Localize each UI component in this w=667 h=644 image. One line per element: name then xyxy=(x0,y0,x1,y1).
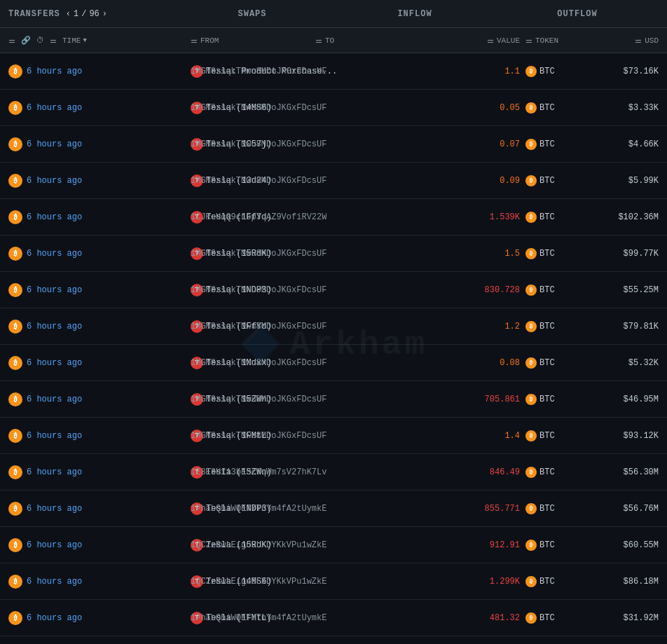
table-row[interactable]: ₿ 6 hours ago T Tesla (1FfYd) 1CJRcUqQ9c… xyxy=(0,199,667,235)
filter-icon-usd[interactable]: ⚌ xyxy=(635,36,642,45)
to-value[interactable]: 1MGM8zsqkTMwu8MDoJKGxFDcsUF xyxy=(191,176,326,186)
filter-icon-1[interactable]: ⚌ xyxy=(8,36,15,45)
page-separator: / xyxy=(81,9,86,19)
btc-icon: ₿ xyxy=(8,137,22,151)
transfers-section: TRANSFERS ‹ 1 / 96 › xyxy=(8,9,171,19)
time-col-label[interactable]: TIME ▼ xyxy=(62,36,87,45)
btc-icon: ₿ xyxy=(8,538,22,552)
to-value[interactable]: 1QC2zRwLEigu9LXDYKkVPu1wZkE xyxy=(191,540,326,550)
table-row[interactable]: ₿ 6 hours ago T Tesla: Product Purchase.… xyxy=(0,53,667,90)
outflow-section: OUTFLOW xyxy=(496,9,659,19)
token-col-label: TOKEN xyxy=(535,36,558,45)
cell-time: ₿ 6 hours ago xyxy=(8,137,191,151)
table-row[interactable]: ₿ 6 hours ago T Tesla (15RdK) 1MGM8zsqkT… xyxy=(0,235,667,272)
value-amount: 1.1 xyxy=(504,67,520,76)
cell-to: 1MGM8zsqkTMwu8MDoJKGxFDcsUF xyxy=(191,176,448,186)
to-value[interactable]: 1MGM8zsqkTMwu8MDoJKGxFDcsUF xyxy=(191,67,326,76)
to-value[interactable]: 1MGM8zsqkTMwu8MDoJKGxFDcsUF xyxy=(191,285,326,295)
to-value[interactable]: 1PhabQhiWQEfYTnYm4fA2tUymkE xyxy=(191,613,326,623)
table-row[interactable]: ₿ 6 hours ago T Tesla (1FMtL) 1PhabQhiWQ… xyxy=(0,600,667,636)
value-amount: 705.861 xyxy=(485,395,520,404)
token-icon: ₿ xyxy=(525,540,537,551)
swaps-section: SWAPS xyxy=(171,9,334,19)
to-value[interactable]: 1MGM8zsqkTMwu8MDoJKGxFDcsUF xyxy=(191,395,326,404)
cell-value: 1.5 xyxy=(448,248,525,259)
token-icon: ₿ xyxy=(525,612,537,624)
table-row[interactable]: ₿ 6 hours ago T Tesla (1NDP3) 1MGM8zsqkT… xyxy=(0,272,667,308)
prev-page-button[interactable]: ‹ xyxy=(66,9,71,19)
usd-value: $56.30M xyxy=(624,467,659,477)
to-value[interactable]: 1MGM8zsqkTMwu8MDoJKGxFDcsUF xyxy=(191,249,326,259)
token-name: BTC xyxy=(539,395,555,404)
from-col-label: FROM xyxy=(200,36,219,45)
cell-usd: $93.12K xyxy=(589,430,659,441)
pagination[interactable]: ‹ 1 / 96 › xyxy=(66,9,107,19)
cell-value: 0.09 xyxy=(448,175,525,186)
to-value[interactable]: 1MGM8zsqkTMwu8MDoJKGxFDcsUF xyxy=(191,322,326,331)
cell-token: ₿ BTC xyxy=(525,285,589,296)
cell-value: 705.861 xyxy=(448,394,525,404)
cell-usd: $60.55M xyxy=(589,540,659,550)
table-row[interactable]: ₿ 6 hours ago T Tesla (15ZWn) 1E8E3Uf13b… xyxy=(0,454,667,491)
top-bar: TRANSFERS ‹ 1 / 96 › SWAPS INFLOW OUTFLO… xyxy=(0,0,667,28)
cell-token: ₿ BTC xyxy=(525,321,589,332)
table-row[interactable]: ₿ 6 hours ago T Tesla (15RdK) 1QC2zRwLEi… xyxy=(0,527,667,563)
table-row[interactable]: ₿ 6 hours ago T Tesla (1NDP3) 1PhabQhiWQ… xyxy=(0,491,667,527)
table-row[interactable]: ₿ 6 hours ago T Tesla (14MS6) 1MGM8zsqkT… xyxy=(0,90,667,126)
to-value[interactable]: 1PhabQhiWQEfYTnYm4fA2tUymkE xyxy=(191,504,326,514)
token-name: BTC xyxy=(539,577,555,587)
cell-time: ₿ 6 hours ago xyxy=(8,575,191,589)
btc-icon: ₿ xyxy=(8,283,22,297)
to-value[interactable]: 1MGM8zsqkTMwu8MDoJKGxFDcsUF xyxy=(191,139,326,149)
cell-time: ₿ 6 hours ago xyxy=(8,611,191,625)
cell-to: 1PhabQhiWQEfYTnYm4fA2tUymkE xyxy=(191,613,448,623)
to-value[interactable]: 1CJRcUqQ9cLbpJqAZ9VofiRV22W xyxy=(191,212,326,222)
cell-usd: $102.36M xyxy=(589,212,659,222)
cell-to: 1MGM8zsqkTMwu8MDoJKGxFDcsUF xyxy=(191,249,448,259)
filter-icon-token[interactable]: ⚌ xyxy=(525,36,532,45)
cell-token: ₿ BTC xyxy=(525,66,589,77)
time-value: 6 hours ago xyxy=(27,358,82,368)
value-amount: 0.07 xyxy=(500,139,520,149)
table-row[interactable]: ₿ 6 hours ago T Tesla (1Mdxx) 1MGM8zsqkT… xyxy=(0,345,667,381)
cell-value: 855.771 xyxy=(448,503,525,514)
usd-value: $56.76M xyxy=(624,504,659,514)
cell-token: ₿ BTC xyxy=(525,248,589,259)
cell-usd: $79.81K xyxy=(589,321,659,331)
table-row[interactable]: ₿ 6 hours ago T Tesla (13d24) 1MGM8zsqkT… xyxy=(0,163,667,199)
to-value[interactable]: 1QC2zRwLEigu9LXDYKkVPu1wZkE xyxy=(191,577,326,587)
filter-icon-from[interactable]: ⚌ xyxy=(191,36,198,45)
usd-value: $5.99K xyxy=(628,176,659,186)
table-row[interactable]: ₿ 6 hours ago T Tesla (14MS6) 1QC2zRwLEi… xyxy=(0,563,667,600)
value-amount: 1.539K xyxy=(490,212,520,222)
value-amount: 912.91 xyxy=(490,540,520,550)
token-name: BTC xyxy=(539,139,555,149)
to-value[interactable]: 1MGM8zsqkTMwu8MDoJKGxFDcsUF xyxy=(191,431,326,441)
clock-icon[interactable]: ⏱ xyxy=(36,36,44,45)
time-value: 6 hours ago xyxy=(27,467,82,477)
inflow-label: INFLOW xyxy=(397,9,432,19)
link-icon[interactable]: 🔗 xyxy=(21,36,31,45)
token-name: BTC xyxy=(539,358,555,368)
time-value: 6 hours ago xyxy=(27,67,82,76)
usd-value: $79.81K xyxy=(624,322,659,331)
filter-icon-value[interactable]: ⚌ xyxy=(487,36,494,45)
filter-icon-to[interactable]: ⚌ xyxy=(315,36,322,45)
table-row[interactable]: ₿ 6 hours ago T Tesla (1FfYd) 1MGM8zsqkT… xyxy=(0,308,667,345)
to-value[interactable]: 1MGM8zsqkTMwu8MDoJKGxFDcsUF xyxy=(191,358,326,368)
next-page-button[interactable]: › xyxy=(102,9,107,19)
to-value[interactable]: 1MGM8zsqkTMwu8MDoJKGxFDcsUF xyxy=(191,103,326,113)
time-sort-icon[interactable]: ▼ xyxy=(83,37,86,44)
btc-icon: ₿ xyxy=(8,465,22,479)
cell-token: ₿ BTC xyxy=(525,394,589,405)
to-value[interactable]: 1E8E3Uf13bE3cfqWm7sV27hK7Lv xyxy=(191,467,326,477)
filter-icon-2[interactable]: ⚌ xyxy=(50,36,57,45)
table-row[interactable]: ₿ 6 hours ago T Tesla (15ZWn) 1MGM8zsqkT… xyxy=(0,381,667,418)
table-row[interactable]: ₿ 6 hours ago T Tesla (1C57j) 1MGM8zsqkT… xyxy=(0,126,667,163)
cell-time: ₿ 6 hours ago xyxy=(8,392,191,406)
table-row[interactable]: ₿ 6 hours ago T Tesla (1FMtL) 1MGM8zsqkT… xyxy=(0,418,667,454)
cell-token: ₿ BTC xyxy=(525,139,589,150)
token-icon: ₿ xyxy=(525,576,537,587)
token-icon: ₿ xyxy=(525,503,537,514)
cell-usd: $56.76M xyxy=(589,503,659,514)
